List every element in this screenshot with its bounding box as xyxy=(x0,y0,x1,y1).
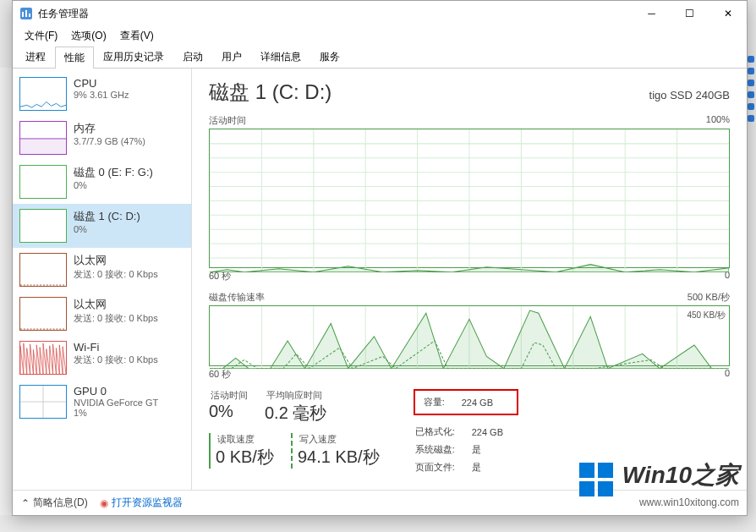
menu-file[interactable]: 文件(F) xyxy=(18,27,64,45)
transfer-chart[interactable]: 450 KB/秒 xyxy=(209,305,730,366)
tab-users[interactable]: 用户 xyxy=(212,46,251,68)
chart2-xleft: 60 秒 xyxy=(209,368,231,381)
menu-options[interactable]: 选项(O) xyxy=(64,27,112,45)
sidebar-item-label: GPU 0 xyxy=(74,385,184,398)
read-speed-value: 0 KB/秒 xyxy=(216,446,274,469)
capacity-value: 224 GB xyxy=(462,394,508,410)
sidebar-item-ethernet2[interactable]: 以太网发送: 0 接收: 0 Kbps xyxy=(13,292,191,336)
active-time-label: 活动时间 xyxy=(209,389,248,402)
sidebar-item-disk1[interactable]: 磁盘 1 (C: D:)0% xyxy=(13,204,191,248)
sidebar-item-gpu0[interactable]: GPU 0NVIDIA GeForce GT1% xyxy=(13,380,191,424)
tab-app-history[interactable]: 应用历史记录 xyxy=(94,46,173,68)
sidebar-item-cpu[interactable]: CPU9% 3.61 GHz xyxy=(13,72,191,116)
disk-model: tigo SSD 240GB xyxy=(649,89,730,101)
sysdisk-value: 是 xyxy=(472,442,518,458)
app-icon xyxy=(19,7,33,20)
fewer-details-button[interactable]: ⌃ 简略信息(D) xyxy=(21,496,88,510)
formatted-value: 224 GB xyxy=(472,424,518,440)
maximize-button[interactable]: ☐ xyxy=(671,1,709,26)
task-manager-window: 任务管理器 ─ ☐ ✕ 文件(F) 选项(O) 查看(V) 进程 性能 应用历史… xyxy=(12,0,748,516)
active-time-value: 0% xyxy=(209,402,248,421)
sidebar-item-label: CPU xyxy=(74,77,184,90)
gpu-thumb-icon xyxy=(19,385,67,419)
disk-thumb-icon xyxy=(19,209,67,243)
tab-services[interactable]: 服务 xyxy=(310,46,349,68)
sidebar-item-label: Wi-Fi xyxy=(74,341,184,354)
sidebar-item-disk0[interactable]: 磁盘 0 (E: F: G:)0% xyxy=(13,160,191,204)
ethernet-thumb-icon xyxy=(19,253,67,287)
tab-performance[interactable]: 性能 xyxy=(55,47,94,69)
wifi-thumb-icon xyxy=(19,341,67,375)
main-panel: 磁盘 1 (C: D:) tigo SSD 240GB 活动时间100% 60 … xyxy=(192,69,747,490)
response-time-label: 平均响应时间 xyxy=(265,389,326,402)
chevron-up-icon: ⌃ xyxy=(21,497,30,509)
sidebar-item-label: 以太网 xyxy=(74,253,184,268)
formatted-label: 已格式化: xyxy=(415,424,470,440)
cpu-thumb-icon xyxy=(19,77,67,111)
write-speed-label: 写入速度 xyxy=(298,433,380,446)
write-speed-value: 94.1 KB/秒 xyxy=(298,446,380,469)
pagefile-value: 是 xyxy=(472,459,518,475)
close-button[interactable]: ✕ xyxy=(709,1,747,26)
menubar: 文件(F) 选项(O) 查看(V) xyxy=(13,26,747,45)
sidebar-item-ethernet1[interactable]: 以太网发送: 0 接收: 0 Kbps xyxy=(13,248,191,292)
menu-view[interactable]: 查看(V) xyxy=(113,27,161,45)
memory-thumb-icon xyxy=(19,121,67,155)
capacity-label: 容量: xyxy=(424,394,460,410)
titlebar: 任务管理器 ─ ☐ ✕ xyxy=(13,1,747,26)
tab-details[interactable]: 详细信息 xyxy=(251,46,310,68)
chart2-label: 磁盘传输速率 xyxy=(209,291,265,304)
read-speed-label: 读取速度 xyxy=(216,433,274,446)
window-title: 任务管理器 xyxy=(38,7,633,21)
open-resmon-button[interactable]: ◉ 打开资源监视器 xyxy=(100,496,183,510)
chart1-label: 活动时间 xyxy=(209,114,246,127)
pagefile-label: 页面文件: xyxy=(415,459,470,475)
sidebar-item-label: 磁盘 0 (E: F: G:) xyxy=(74,165,184,180)
page-title: 磁盘 1 (C: D:) xyxy=(209,79,331,106)
chart1-max: 100% xyxy=(706,114,730,127)
resmon-icon: ◉ xyxy=(100,497,108,509)
performance-sidebar[interactable]: CPU9% 3.61 GHz 内存3.7/7.9 GB (47%) 磁盘 0 (… xyxy=(13,69,192,490)
response-time-value: 0.2 毫秒 xyxy=(265,402,326,425)
svg-rect-2 xyxy=(25,10,27,17)
chart2-max: 500 KB/秒 xyxy=(688,291,730,304)
sidebar-item-label: 磁盘 1 (C: D:) xyxy=(74,209,184,224)
svg-rect-1 xyxy=(22,12,24,17)
sidebar-item-wifi[interactable]: Wi-Fi发送: 0 接收: 0 Kbps xyxy=(13,336,191,380)
sidebar-item-memory[interactable]: 内存3.7/7.9 GB (47%) xyxy=(13,116,191,160)
statusbar: ⌃ 简略信息(D) ◉ 打开资源监视器 xyxy=(13,490,747,515)
minimize-button[interactable]: ─ xyxy=(633,1,671,26)
chart2-xright: 0 xyxy=(725,368,730,381)
sysdisk-label: 系统磁盘: xyxy=(415,442,470,458)
ethernet-thumb-icon xyxy=(19,297,67,331)
activity-chart[interactable] xyxy=(209,129,730,268)
sidebar-item-label: 内存 xyxy=(74,121,184,136)
sidebar-item-label: 以太网 xyxy=(74,297,184,312)
tab-startup[interactable]: 启动 xyxy=(173,46,212,68)
disk-thumb-icon xyxy=(19,165,67,199)
capacity-highlight: 容量:224 GB xyxy=(414,389,518,415)
svg-marker-28 xyxy=(210,265,729,272)
svg-rect-4 xyxy=(20,139,66,154)
svg-rect-3 xyxy=(29,14,30,17)
tab-processes[interactable]: 进程 xyxy=(16,46,55,68)
disk-properties: 已格式化:224 GB 系统磁盘:是 页面文件:是 xyxy=(414,422,520,477)
tabbar: 进程 性能 应用历史记录 启动 用户 详细信息 服务 xyxy=(13,45,747,69)
